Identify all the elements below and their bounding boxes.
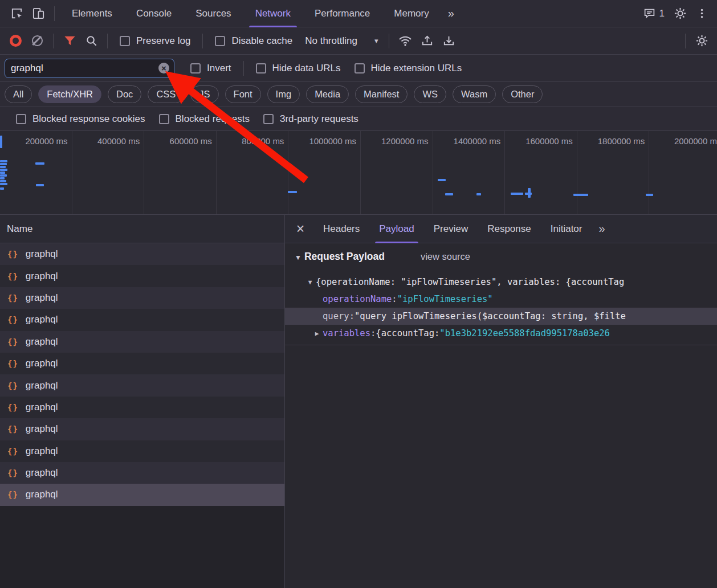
collapse-triangle-icon[interactable]: ▼ xyxy=(295,254,302,262)
collapse-triangle-icon[interactable]: ▼ xyxy=(304,279,316,286)
filter-funnel-icon[interactable] xyxy=(59,30,80,52)
request-row[interactable]: {}graphql xyxy=(0,397,284,418)
more-detail-tabs-icon[interactable]: » xyxy=(592,222,612,235)
query-value: "query ipFlowTimeseries($accountTag: str… xyxy=(355,311,626,321)
inspect-element-icon[interactable] xyxy=(6,3,27,24)
search-icon[interactable] xyxy=(80,30,102,52)
settings-gear-icon[interactable] xyxy=(669,3,691,24)
filter-chip-other[interactable]: Other xyxy=(502,85,543,103)
json-braces-icon: {} xyxy=(7,424,18,434)
detail-tab-response[interactable]: Response xyxy=(478,215,541,243)
device-toolbar-icon[interactable] xyxy=(27,3,49,24)
divider xyxy=(389,34,389,48)
payload-root-preview: {operationName: "ipFlowTimeseries", vari… xyxy=(316,277,624,287)
invert-label: Invert xyxy=(207,63,231,74)
network-conditions-icon[interactable] xyxy=(394,30,416,52)
tab-performance[interactable]: Performance xyxy=(303,0,382,27)
filter-chip-all[interactable]: All xyxy=(5,85,32,103)
chevron-down-icon: ▾ xyxy=(374,36,378,45)
filter-chip-ws[interactable]: WS xyxy=(414,85,446,103)
filter-chip-font[interactable]: Font xyxy=(225,85,261,103)
payload-variables-line[interactable]: ▶ variables: {accountTag: "b1e3b2192ee55… xyxy=(285,325,717,342)
filter-chip-doc[interactable]: Doc xyxy=(108,85,141,103)
request-row[interactable]: {}graphql xyxy=(0,374,284,396)
tab-sources[interactable]: Sources xyxy=(184,0,243,27)
filter-chip-js[interactable]: JS xyxy=(190,85,218,103)
invert-checkbox[interactable] xyxy=(190,63,201,74)
request-row[interactable]: {}graphql xyxy=(0,309,284,330)
request-name: graphql xyxy=(26,467,58,479)
more-tabs-icon[interactable]: » xyxy=(441,7,461,20)
detail-tab-headers[interactable]: Headers xyxy=(313,215,369,243)
disable-cache-option: Disable cache xyxy=(215,35,292,47)
waterfall-bar xyxy=(0,172,5,174)
request-row[interactable]: {}graphql xyxy=(0,243,284,265)
variables-preview: {accountTag: xyxy=(376,328,439,338)
preserve-log-checkbox[interactable] xyxy=(120,36,130,46)
waterfall-bar xyxy=(0,187,4,190)
filter-chip-css[interactable]: CSS xyxy=(148,85,184,103)
tab-elements[interactable]: Elements xyxy=(60,0,124,27)
timeline-column: 1200000 ms xyxy=(361,131,433,214)
hide-extension-urls-checkbox[interactable] xyxy=(355,63,365,74)
request-row[interactable]: {}graphql xyxy=(0,418,284,440)
hide-extension-urls-option: Hide extension URLs xyxy=(355,63,462,74)
network-overview-timeline[interactable]: 200000 ms400000 ms600000 ms800000 ms1000… xyxy=(0,131,717,215)
filter-chip-wasm[interactable]: Wasm xyxy=(453,85,496,103)
timeline-tick-label: 1600000 ms xyxy=(505,136,573,146)
hide-data-urls-checkbox[interactable] xyxy=(256,63,266,74)
request-row[interactable]: {}graphql xyxy=(0,440,284,462)
detail-tab-preview[interactable]: Preview xyxy=(424,215,478,243)
request-row[interactable]: {}graphql xyxy=(0,265,284,287)
3rd-party-requests-checkbox[interactable] xyxy=(263,114,274,124)
disable-cache-checkbox[interactable] xyxy=(215,36,225,46)
network-split-view: Name {}graphql{}graphql{}graphql{}graphq… xyxy=(0,215,717,588)
name-column-header[interactable]: Name xyxy=(0,215,284,243)
filter-chip-img[interactable]: Img xyxy=(267,85,300,103)
view-source-link[interactable]: view source xyxy=(421,251,470,262)
json-braces-icon: {} xyxy=(7,359,18,368)
payload-root-line[interactable]: ▼ {operationName: "ipFlowTimeseries", va… xyxy=(285,273,717,291)
tab-console[interactable]: Console xyxy=(124,0,184,27)
filter-bar: × Invert Hide data URLs Hide extension U… xyxy=(0,55,717,82)
clear-filter-icon[interactable]: × xyxy=(158,63,169,74)
request-list-panel: Name {}graphql{}graphql{}graphql{}graphq… xyxy=(0,215,285,588)
record-network-log-button[interactable] xyxy=(5,30,26,52)
3rd-party-requests-label: 3rd-party requests xyxy=(280,113,358,125)
network-filter-input[interactable] xyxy=(11,63,158,74)
kebab-menu-icon[interactable] xyxy=(691,3,712,24)
throttling-value: No throttling xyxy=(305,35,357,47)
throttling-select[interactable]: No throttling ▾ xyxy=(305,35,378,47)
timeline-tick-label: 1200000 ms xyxy=(361,136,429,146)
detail-tab-initiator[interactable]: Initiator xyxy=(541,215,592,243)
tab-memory[interactable]: Memory xyxy=(382,0,441,27)
import-har-icon[interactable] xyxy=(416,30,438,52)
filter-input-container: × xyxy=(5,59,174,78)
request-row[interactable]: {}graphql xyxy=(0,287,284,309)
tab-network[interactable]: Network xyxy=(243,0,303,27)
filter-chip-manifest[interactable]: Manifest xyxy=(355,85,408,103)
divider xyxy=(285,345,717,345)
request-row[interactable]: {}graphql xyxy=(0,484,284,505)
export-har-icon[interactable] xyxy=(438,30,459,52)
expand-triangle-icon[interactable]: ▶ xyxy=(311,330,323,337)
timeline-column: 2000000 m xyxy=(649,131,717,214)
timeline-column: 600000 ms xyxy=(144,131,217,214)
filter-chip-fetch-xhr[interactable]: Fetch/XHR xyxy=(38,85,101,103)
blocked-requests-checkbox[interactable] xyxy=(159,114,169,124)
request-row[interactable]: {}graphql xyxy=(0,331,284,353)
detail-tab-payload[interactable]: Payload xyxy=(369,215,423,243)
close-icon[interactable]: × xyxy=(287,220,313,237)
request-row[interactable]: {}graphql xyxy=(0,353,284,374)
filter-chip-media[interactable]: Media xyxy=(306,85,349,103)
clear-network-log-icon[interactable] xyxy=(26,30,48,52)
issues-button[interactable]: 1 xyxy=(639,3,669,24)
payload-operation-line[interactable]: operationName: "ipFlowTimeseries" xyxy=(285,291,717,308)
payload-query-line[interactable]: query: "query ipFlowTimeseries($accountT… xyxy=(285,308,717,325)
filter-option-blocked-requests: Blocked requests xyxy=(159,113,250,125)
request-name: graphql xyxy=(26,380,58,391)
request-row[interactable]: {}graphql xyxy=(0,462,284,484)
json-braces-icon: {} xyxy=(7,250,18,259)
network-settings-gear-icon[interactable] xyxy=(691,30,712,52)
blocked-response-cookies-checkbox[interactable] xyxy=(16,114,26,124)
